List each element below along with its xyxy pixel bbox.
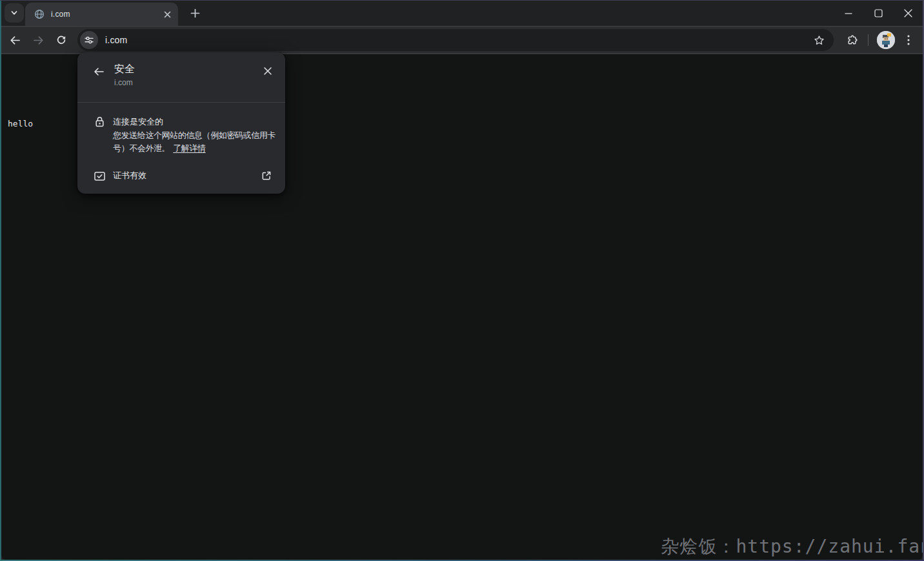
watermark-text: 杂烩饭：https://zahui.fan [661,535,923,559]
chevron-down-icon [10,8,19,17]
toolbar-separator [868,34,869,46]
back-button[interactable] [6,31,24,49]
new-tab-button[interactable] [186,4,204,22]
reload-button[interactable] [52,31,70,49]
popup-title-block: 安全 i.com [114,62,261,88]
address-bar[interactable]: i.com [77,29,834,51]
certificate-row[interactable]: 证书有效 [88,168,275,183]
certificate-icon [93,172,106,181]
certificate-label: 证书有效 [113,170,259,181]
popup-title: 安全 [114,62,261,76]
connection-secure-row: 连接是安全的 您发送给这个网站的信息（例如密码或信用卡号）不会外泄。了解详情 [88,116,275,155]
connection-description: 您发送给这个网站的信息（例如密码或信用卡号）不会外泄。了解详情 [113,129,279,155]
tune-icon [85,36,94,45]
forward-button[interactable] [29,31,47,49]
browser-toolbar: i.com [0,26,924,54]
plus-icon [190,8,200,18]
window-edge-left [0,1,1,561]
connection-text: 连接是安全的 您发送给这个网站的信息（例如密码或信用卡号）不会外泄。了解详情 [113,116,279,155]
window-edge-top [0,0,924,1]
popup-origin: i.com [114,77,261,88]
window-close-button[interactable] [893,1,923,26]
maximize-button[interactable] [863,1,893,26]
connection-title: 连接是安全的 [113,116,279,128]
tab-title: i.com [51,10,161,19]
bookmark-star-button[interactable] [812,33,826,47]
menu-kebab-button[interactable] [899,31,918,49]
tab-close-button[interactable] [161,8,173,20]
browser-window: i.com [0,0,924,561]
tab-search-button[interactable] [5,3,24,23]
toolbar-right-group [834,31,918,49]
learn-more-link[interactable]: 了解详情 [173,143,205,153]
open-in-new-icon[interactable] [259,168,274,183]
url-text[interactable]: i.com [105,35,127,45]
avatar-pixel-art [877,31,895,49]
extensions-button[interactable] [843,31,861,49]
site-settings-button[interactable] [80,31,98,49]
minimize-button[interactable] [834,1,863,26]
popup-close-button[interactable] [261,64,275,78]
page-body-text: hello [8,119,33,128]
window-controls [834,1,923,26]
site-security-popup: 安全 i.com 连接是安全的 您发送给这个网站的信息（例如 [77,52,285,194]
puzzle-icon [847,35,858,46]
lock-icon [93,116,106,128]
tab-icom[interactable]: i.com [25,3,178,26]
popup-body: 连接是安全的 您发送给这个网站的信息（例如密码或信用卡号）不会外泄。了解详情 证… [77,103,285,194]
tab-strip: i.com [0,1,924,26]
profile-avatar[interactable] [877,31,895,49]
popup-header: 安全 i.com [77,52,285,102]
globe-icon [34,9,45,19]
popup-back-button[interactable] [92,65,106,79]
